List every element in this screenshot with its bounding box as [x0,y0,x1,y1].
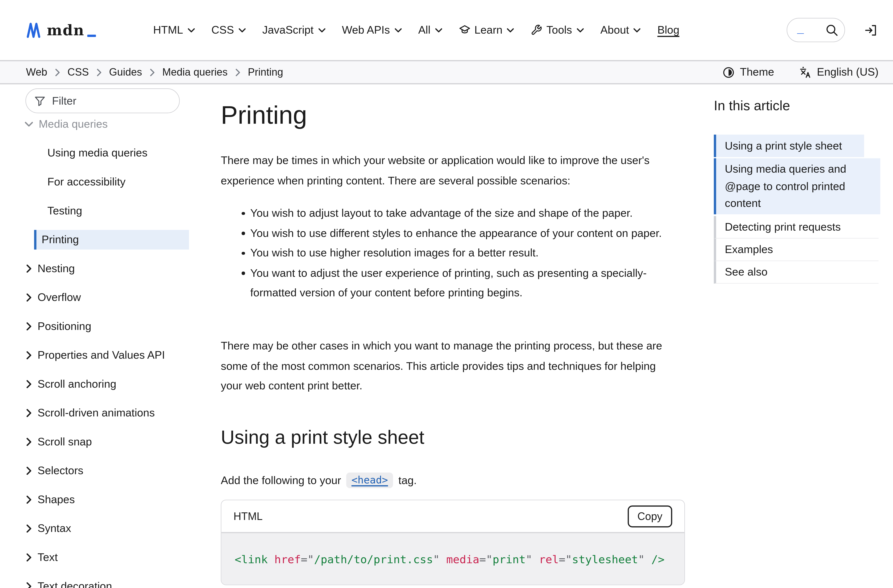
sidebar-item-label: Printing [42,233,79,246]
nav-item-blog[interactable]: Blog [657,24,680,36]
code-line: <link href="/path/to/print.css" media="p… [235,552,664,566]
search-input[interactable] [787,21,824,39]
sidebar-item-shapes[interactable]: Shapes [0,485,211,514]
nav-item-label: Blog [657,24,680,36]
nav-item-tools[interactable]: Tools [531,24,583,36]
sidebar-item-text-decoration[interactable]: Text decoration [0,572,211,588]
nav-item-label: Web APIs [342,24,390,36]
sidebar-item-scroll-driven-animations[interactable]: Scroll-driven animations [0,399,211,428]
sidebar-item-nesting[interactable]: Nesting [0,254,211,283]
nav-item-css[interactable]: CSS [211,24,246,36]
toc-link-see-also[interactable]: See also [714,261,878,283]
sidebar-item-overflow[interactable]: Overflow [0,283,211,312]
sidebar-item-label: Selectors [38,465,83,477]
sidebar-item-positioning[interactable]: Positioning [0,312,211,341]
breadcrumb-link-guides[interactable]: Guides [109,66,142,78]
sidebar-item-label: Media queries [39,118,108,130]
breadcrumb-separator-icon [55,69,60,76]
head-tag-link[interactable]: <head> [346,472,393,488]
add-line-after: tag. [398,474,416,487]
nav-item-label: All [418,24,430,36]
nav-item-label: HTML [153,24,183,36]
nav-item-about[interactable]: About [600,24,640,36]
nav-item-all[interactable]: All [418,24,442,36]
sidebar-item-media-queries[interactable]: Media queries [0,110,211,139]
chevron-right-icon [26,496,32,504]
mdn-logo-m-icon [27,22,45,38]
theme-button[interactable]: Theme [723,66,774,79]
chevron-down-icon [188,27,195,33]
chevron-right-icon [26,293,32,302]
nav-item-label: Tools [546,24,572,36]
sidebar-item-label: Properties and Values API [38,349,165,362]
breadcrumb-link-css[interactable]: CSS [68,66,89,78]
toc-link-examples[interactable]: Examples [714,238,878,261]
wrench-icon [531,24,542,36]
mdn-page: mdn HTMLCSSJavaScriptWeb APIsAllLearnToo… [0,0,893,588]
sidebar-filter-input[interactable] [51,94,160,108]
sidebar-item-selectors[interactable]: Selectors [0,456,211,485]
language-label: English (US) [817,66,878,79]
breadcrumb-link-web[interactable]: Web [26,66,47,78]
sidebar-item-testing[interactable]: Testing [0,196,211,225]
sidebar-item-scroll-anchoring[interactable]: Scroll anchoring [0,370,211,399]
chevron-right-icon [26,525,32,533]
sidebar-item-printing[interactable]: Printing [0,225,211,254]
sidebar-item-scroll-snap[interactable]: Scroll snap [0,428,211,456]
sidebar-item-label: Shapes [38,493,75,506]
nav-item-web-apis[interactable]: Web APIs [342,24,401,36]
scenario-item: You wish to use different styles to enha… [221,223,693,243]
sidebar-item-text[interactable]: Text [0,543,211,572]
translate-icon [800,66,812,78]
copy-button[interactable]: Copy [628,505,672,527]
toc-link-using-media-queries-and-page-to-control-printed-content[interactable]: Using media queries and @page to control… [714,158,880,214]
breadcrumb-link-media-queries[interactable]: Media queries [162,66,227,78]
nav-item-learn[interactable]: Learn [459,24,514,36]
chevron-right-icon [26,467,32,475]
search-icon[interactable] [825,24,839,37]
chevron-right-icon [26,582,32,588]
search-box [787,18,845,42]
nav-item-javascript[interactable]: JavaScript [262,24,325,36]
main-nav: HTMLCSSJavaScriptWeb APIsAllLearnToolsAb… [153,0,679,60]
chevron-down-icon [239,27,246,33]
sidebar-item-syntax[interactable]: Syntax [0,514,211,543]
graduation-cap-icon [459,24,470,36]
chevron-down-icon [435,27,442,33]
sidebar-item-label: Nesting [38,262,75,275]
sidebar-filter [26,88,180,113]
login-icon[interactable] [864,24,877,37]
toc-link-label: Detecting print requests [725,218,841,235]
scenario-item: You wish to use higher resolution images… [221,243,693,263]
sidebar-item-label: Scroll-driven animations [38,407,155,420]
sidebar-item-label: Positioning [38,320,92,333]
toc-link-using-a-print-style-sheet[interactable]: Using a print style sheet [714,135,864,157]
scenario-item: You wish to adjust layout to take advant… [221,203,693,223]
sidebar-item-label: Text [38,551,58,564]
nav-item-html[interactable]: HTML [153,24,195,36]
sidebar-item-label: Text decoration [38,580,112,588]
breadcrumb-separator-icon [96,69,102,76]
chevron-right-icon [26,322,32,330]
page-title: Printing [221,100,307,130]
mdn-logo[interactable]: mdn [27,0,96,60]
sidebar-item-label: For accessibility [48,176,126,188]
toc-link-label: Using media queries and @page to control… [725,160,866,212]
sidebar-list: Media queriesUsing media queriesFor acce… [0,110,211,588]
breadcrumb-link-printing[interactable]: Printing [248,66,283,78]
mdn-logo-underscore [87,34,96,37]
sidebar-item-properties-and-values-api[interactable]: Properties and Values API [0,341,211,370]
sidebar-item-for-accessibility[interactable]: For accessibility [0,168,211,196]
toc-link-label: See also [725,263,768,280]
sidebar-item-label: Testing [48,204,83,218]
article-intro: There may be times in which your website… [221,151,677,190]
toc-link-detecting-print-requests[interactable]: Detecting print requests [714,216,878,238]
article-paragraph: There may be other cases in which you wa… [221,336,666,396]
breadcrumb: WebCSSGuidesMedia queriesPrinting [26,62,283,83]
theme-icon [723,66,735,78]
sidebar-item-using-media-queries[interactable]: Using media queries [0,139,211,168]
chevron-down-icon [395,27,401,33]
breadcrumb-bar: WebCSSGuidesMedia queriesPrinting Theme … [0,60,893,84]
language-button[interactable]: English (US) [800,66,878,79]
scenario-item: You want to adjust the user experience o… [221,263,693,303]
